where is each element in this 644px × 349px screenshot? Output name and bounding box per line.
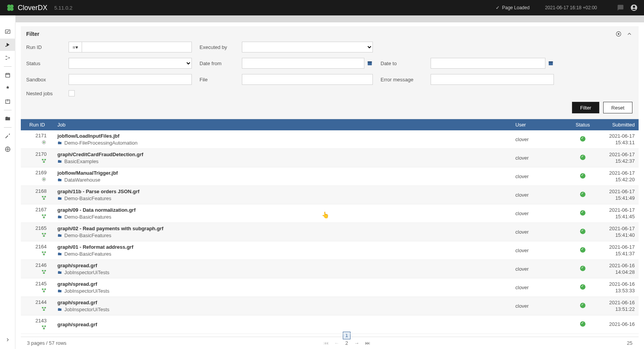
svg-rect-34: [43, 236, 45, 237]
svg-point-7: [5, 46, 7, 47]
executed-by-select[interactable]: [242, 42, 373, 52]
job-type-icon: [41, 325, 47, 330]
messages-icon[interactable]: [617, 4, 624, 11]
sidebar-item-5[interactable]: [0, 82, 15, 94]
job-type-icon: [41, 232, 47, 238]
table-row[interactable]: 2146graph/spread.grfJobInspectorUiTestsc…: [21, 260, 639, 278]
svg-rect-20: [549, 61, 553, 62]
filter-stop-icon[interactable]: [615, 31, 622, 37]
logo-icon: [6, 3, 15, 12]
pager-prev-icon[interactable]: ←: [332, 339, 341, 348]
svg-point-8: [5, 56, 7, 57]
folder-icon: [57, 141, 62, 145]
run-id-operator[interactable]: = ▾: [69, 42, 82, 52]
pager-last-icon[interactable]: ⏭: [363, 339, 372, 348]
table-row[interactable]: 2144graph/spread.grfJobInspectorUiTestsc…: [21, 297, 639, 315]
brand-name: CloverDX: [18, 4, 47, 12]
job-sandbox: Demo-BasicFeatures: [57, 251, 508, 257]
job-sandbox: BasicExamples: [57, 158, 508, 164]
job-type-icon: [41, 306, 47, 312]
job-type-icon: [41, 251, 47, 256]
label-date-to: Date to: [381, 61, 423, 66]
pager-page-3[interactable]: 3: [343, 347, 351, 349]
sidebar: [0, 22, 15, 349]
sidebar-monitoring[interactable]: [0, 25, 15, 38]
submitted-cell: 2021-06-1715:42:20: [596, 167, 639, 186]
sidebar-execution-history[interactable]: [0, 39, 15, 51]
status-ok-icon: [580, 247, 585, 253]
col-run-id[interactable]: Run ID: [21, 119, 54, 130]
folder-icon: [57, 233, 62, 238]
sandbox-input[interactable]: [69, 74, 192, 85]
job-type-icon: [41, 214, 47, 219]
table-row[interactable]: 2170graph/CreditCardFraudDetection.grfBa…: [21, 149, 639, 167]
user-cell: clover: [512, 149, 569, 167]
sidebar-sandboxes[interactable]: [0, 113, 15, 125]
label-executed-by: Executed by: [200, 44, 234, 50]
svg-rect-18: [368, 61, 372, 62]
calendar-icon[interactable]: [548, 60, 554, 66]
pager-row-count: 25: [627, 340, 632, 346]
label-error-message: Error message: [381, 77, 423, 83]
col-status[interactable]: Status: [569, 119, 596, 130]
user-account-icon[interactable]: [630, 4, 638, 12]
job-name: graph/spread.grf: [57, 281, 508, 287]
job-type-icon: [41, 140, 47, 145]
label-file: File: [200, 77, 234, 83]
sidebar-item-6[interactable]: [0, 95, 15, 108]
table-row[interactable]: 2169jobflow/ManualTrigger.jbfDataWarehou…: [21, 167, 639, 186]
status-ok-icon: [580, 136, 585, 142]
svg-rect-45: [44, 307, 46, 308]
svg-point-9: [5, 59, 7, 60]
run-id-value: 2171: [25, 133, 47, 138]
job-type-icon: [41, 177, 47, 182]
calendar-icon[interactable]: [367, 60, 373, 66]
reset-button[interactable]: Reset: [603, 102, 632, 113]
user-cell: clover: [512, 130, 569, 149]
file-input[interactable]: [242, 74, 373, 85]
job-name: graph/spread.grf: [57, 300, 508, 305]
job-sandbox: JobInspectorUiTests: [57, 270, 508, 275]
pager: 3 pages / 57 rows ⏮ ← 123 → ⏭ 25: [21, 337, 639, 349]
user-cell: clover: [512, 204, 569, 223]
svg-rect-36: [44, 251, 46, 253]
table-row[interactable]: 2164graph/01 - Reformat address.grfDemo-…: [21, 241, 639, 260]
submitted-cell: 2021-06-1715:41:49: [596, 186, 639, 204]
table-row[interactable]: 2143graph/spread.grf2021-06-16: [21, 315, 639, 334]
job-name: graph/spread.grf: [57, 322, 508, 327]
user-cell: clover: [512, 186, 569, 204]
job-sandbox: Demo-BasicFeatures: [57, 196, 508, 201]
date-from-input[interactable]: [242, 58, 364, 69]
col-submitted[interactable]: Submitted: [596, 119, 639, 130]
job-sandbox: DataWarehouse: [57, 177, 508, 183]
table-row[interactable]: 2145graph/spread.grfJobInspectorUiTestsc…: [21, 278, 639, 297]
svg-rect-28: [43, 199, 45, 200]
col-user[interactable]: User: [512, 119, 569, 130]
pager-first-icon[interactable]: ⏮: [321, 339, 330, 348]
col-job[interactable]: Job: [54, 119, 512, 130]
collapse-icon[interactable]: [626, 31, 632, 37]
filter-button[interactable]: Filter: [572, 102, 599, 113]
sidebar-expand[interactable]: [0, 334, 15, 346]
run-id-value: 2143: [25, 318, 47, 324]
nested-jobs-checkbox[interactable]: [69, 90, 75, 96]
table-row[interactable]: 2171jobflow/LoadInputFiles.jbfDemo-FileP…: [21, 130, 639, 149]
table-row[interactable]: 2168graph/11b - Parse orders JSON.grfDem…: [21, 186, 639, 204]
table-row[interactable]: 2167graph/09 - Data normalization.grfDem…: [21, 204, 639, 223]
run-id-input[interactable]: [82, 42, 192, 52]
pager-next-icon[interactable]: →: [352, 339, 361, 348]
sidebar-item-3[interactable]: [0, 52, 15, 64]
status-ok-icon: [580, 210, 585, 216]
pager-page-2[interactable]: 2: [343, 339, 351, 347]
error-message-input[interactable]: [431, 74, 554, 85]
svg-rect-30: [44, 214, 46, 216]
svg-rect-40: [43, 273, 45, 274]
label-run-id: Run ID: [26, 44, 61, 50]
table-row[interactable]: 2165graph/02 - Read payments with subgra…: [21, 223, 639, 241]
sidebar-configuration[interactable]: [0, 130, 15, 142]
run-id-value: 2145: [25, 281, 47, 287]
status-select[interactable]: [69, 58, 192, 69]
sidebar-help[interactable]: [0, 143, 15, 155]
sidebar-schedules[interactable]: [0, 69, 15, 81]
date-to-input[interactable]: [431, 58, 545, 69]
